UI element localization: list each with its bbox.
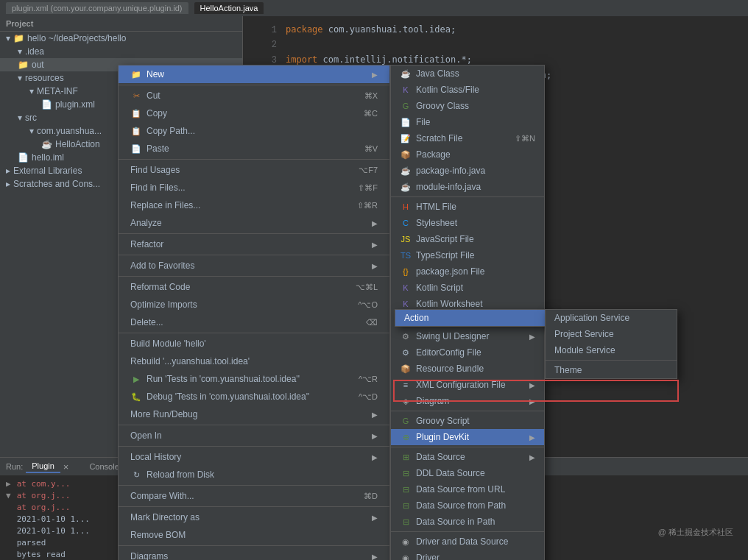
menu-item-delete[interactable]: Delete... ⌫ (119, 313, 389, 331)
tab-plugin[interactable]: Plugin (26, 460, 60, 473)
menu-item-more-run[interactable]: More Run/Debug ▶ (119, 405, 389, 423)
action-theme[interactable]: Theme (546, 362, 677, 378)
diagram-icon: ◈ (400, 395, 412, 407)
new-submenu-groovy-class[interactable]: G Groovy Class (391, 98, 544, 114)
new-submenu-editorconfig[interactable]: ⚙ EditorConfig File (391, 344, 544, 361)
new-submenu-driver[interactable]: ◉ Driver (391, 550, 544, 560)
new-submenu-label-resource-bundle: Resource Bundle (416, 364, 484, 374)
menu-item-local-history[interactable]: Local History ▶ (119, 448, 389, 466)
menu-label-new: New (147, 69, 164, 79)
analyze-arrow: ▶ (372, 219, 378, 227)
menu-label-add-favorites: Add to Favorites (130, 260, 194, 271)
menu-item-reload-disk[interactable]: ↻ Reload from Disk (119, 466, 389, 483)
new-submenu-plugin-devkit[interactable]: ⊕ Plugin DevKit ▶ (391, 429, 544, 445)
new-submenu-diagram[interactable]: ◈ Diagram ▶ (391, 393, 544, 409)
new-submenu-java-class[interactable]: ☕ Java Class (391, 65, 544, 82)
new-submenu-package-info[interactable]: ☕ package-info.java (391, 163, 544, 179)
close-tab-icon[interactable]: × (63, 461, 69, 472)
new-submenu-label-package: Package (416, 149, 451, 160)
separator10 (119, 506, 389, 507)
ddl-icon: ⊟ (400, 467, 412, 479)
action-proj-service[interactable]: Project Service (546, 326, 677, 342)
new-submenu-ds-path[interactable]: ⊟ Data Source from Path (391, 497, 544, 514)
menu-item-build-module[interactable]: Build Module 'hello' (119, 335, 389, 352)
new-submenu-label-driver: Driver (416, 553, 440, 560)
tree-item-hello[interactable]: ▾ 📁 hello ~/IdeaProjects/hello (0, 32, 242, 45)
menu-item-copy[interactable]: 📋 Copy ⌘C (119, 104, 389, 122)
menu-item-find-in-files[interactable]: Find in Files... ⇧⌘F (119, 179, 389, 196)
compare-shortcut: ⌘D (364, 492, 378, 501)
new-submenu-resource-bundle[interactable]: 📦 Resource Bundle (391, 361, 544, 377)
new-submenu-package[interactable]: 📦 Package (391, 146, 544, 163)
menu-item-compare-with[interactable]: Compare With... ⌘D (119, 487, 389, 505)
new-submenu-label-module-info: module-info.java (416, 182, 481, 192)
menu-item-diagrams[interactable]: Diagrams ▶ (119, 547, 389, 560)
new-submenu-label-kotlin-worksheet: Kotlin Worksheet (416, 299, 483, 309)
tab-hello-action[interactable]: HelloAction.java (194, 2, 264, 14)
menu-item-optimize-imports[interactable]: Optimize Imports ^⌥O (119, 296, 389, 313)
new-submenu-label-ds-path: Data Source from Path (416, 500, 506, 511)
menu-item-open-in[interactable]: Open In ▶ (119, 427, 389, 444)
new-submenu-driver-ds[interactable]: ◉ Driver and Data Source (391, 534, 544, 550)
menu-item-new[interactable]: 📁 New ▶ (119, 65, 389, 83)
new-submenu-groovy-script[interactable]: G Groovy Script (391, 413, 544, 429)
new-submenu-file[interactable]: 📄 File (391, 114, 544, 130)
action-submenu: Application Service Project Service Modu… (545, 309, 677, 379)
menu-item-run-tests[interactable]: ▶ Run 'Tests in 'com.yuanshuai.tool.idea… (119, 370, 389, 388)
new-submenu-label-ds-in-path: Data Source in Path (416, 517, 495, 527)
menu-label-cut: Cut (147, 91, 160, 101)
new-submenu-ddl[interactable]: ⊟ DDL Data Source (391, 465, 544, 481)
tab-bar: plugin.xml (com.your.company.unique.plug… (0, 0, 748, 16)
menu-item-remove-bom[interactable]: Remove BOM (119, 526, 389, 544)
diagrams-arrow: ▶ (372, 553, 378, 561)
package-info-icon: ☕ (400, 165, 412, 177)
new-submenu-json[interactable]: {} package.json File (391, 263, 544, 280)
editorconfig-icon: ⚙ (400, 347, 412, 358)
menu-label-analyze: Analyze (130, 218, 162, 228)
new-submenu-xml-config[interactable]: ≡ XML Configuration File ▶ (391, 377, 544, 393)
menu-item-add-favorites[interactable]: Add to Favorites ▶ (119, 257, 389, 274)
menu-item-refactor[interactable]: Refactor ▶ (119, 235, 389, 253)
menu-label-refactor: Refactor (130, 239, 163, 249)
new-submenu-ds-url[interactable]: ⊟ Data Source from URL (391, 481, 544, 497)
new-submenu-scratch-file[interactable]: 📝 Scratch File ⇧⌘N (391, 130, 544, 146)
menu-item-paste[interactable]: 📄 Paste ⌘V (119, 140, 389, 157)
new-submenu-data-source[interactable]: ⊞ Data Source ▶ (391, 449, 544, 465)
new-submenu-module-info[interactable]: ☕ module-info.java (391, 179, 544, 195)
new-submenu-ts[interactable]: TS TypeScript File (391, 247, 544, 263)
devkit-action-label: Action (404, 313, 428, 323)
new-submenu-stylesheet[interactable]: C Stylesheet (391, 215, 544, 231)
menu-item-analyze[interactable]: Analyze ▶ (119, 214, 389, 232)
new-submenu-kotlin-script[interactable]: K Kotlin Script (391, 280, 544, 296)
action-module-service[interactable]: Module Service (546, 342, 677, 358)
menu-label-reload-disk: Reload from Disk (147, 469, 214, 480)
devkit-action-item[interactable]: Action (395, 310, 548, 326)
new-submenu-kotlin-file[interactable]: K Kotlin Class/File (391, 82, 544, 98)
menu-label-rebuild: Rebuild '...yuanshuai.tool.idea' (130, 356, 250, 366)
tree-item-idea[interactable]: ▾ .idea (0, 45, 242, 58)
menu-item-rebuild[interactable]: Rebuild '...yuanshuai.tool.idea' (119, 352, 389, 370)
menu-label-compare-with: Compare With... (130, 491, 194, 501)
menu-item-find-usages[interactable]: Find Usages ⌥F7 (119, 161, 389, 179)
new-submenu-swing[interactable]: ⚙ Swing UI Designer ▶ (391, 328, 544, 344)
new-submenu-label-groovy-script: Groovy Script (416, 416, 470, 426)
menu-item-reformat[interactable]: Reformat Code ⌥⌘L (119, 278, 389, 296)
action-app-service[interactable]: Application Service (546, 310, 677, 326)
menu-item-replace-in-files[interactable]: Replace in Files... ⇧⌘R (119, 196, 389, 214)
delete-shortcut: ⌫ (366, 318, 378, 327)
tree-label-iml: hello.iml (32, 152, 64, 163)
new-submenu-ds-in-path[interactable]: ⊟ Data Source in Path (391, 514, 544, 530)
devkit-submenu: Action (395, 309, 549, 327)
run-label: Run: (6, 462, 23, 471)
menu-item-cut[interactable]: ✂ Cut ⌘X (119, 87, 389, 104)
new-submenu-html[interactable]: H HTML File (391, 199, 544, 215)
tab-plugin-xml[interactable]: plugin.xml (com.your.company.unique.plug… (6, 2, 188, 14)
menu-item-copy-path[interactable]: 📋 Copy Path... (119, 122, 389, 140)
menu-item-mark-dir[interactable]: Mark Directory as ▶ (119, 508, 389, 526)
java-class-icon: ☕ (400, 68, 412, 79)
log-line-1: at com.y... (17, 478, 90, 490)
optimize-shortcut: ^⌥O (358, 300, 378, 310)
new-submenu-js[interactable]: JS JavaScript File (391, 231, 544, 247)
menu-item-debug-tests[interactable]: 🐛 Debug 'Tests in 'com.yuanshuai.tool.id… (119, 388, 389, 405)
log-line-parsed: parsed (17, 537, 90, 549)
